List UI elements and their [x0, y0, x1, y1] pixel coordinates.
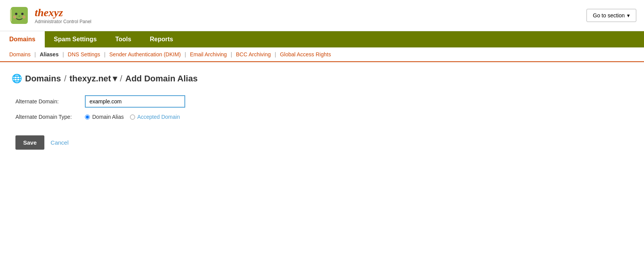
sub-nav-sep-2: | [63, 51, 64, 57]
logo-subtitle: Administrator Control Panel [35, 19, 91, 24]
main-nav: Domains Spam Settings Tools Reports [0, 31, 644, 47]
radio-accepted-domain[interactable] [130, 115, 135, 120]
radio-accepted-domain-option[interactable]: Accepted Domain [130, 114, 180, 120]
alternate-domain-label: Alternate Domain: [15, 98, 85, 105]
save-button[interactable]: Save [15, 135, 44, 150]
breadcrumb-separator-1: / [64, 74, 66, 84]
sub-nav-email-archiving[interactable]: Email Archiving [188, 51, 228, 58]
breadcrumb-separator-2: / [120, 74, 122, 84]
button-row: Save Cancel [15, 135, 632, 150]
alternate-domain-type-label: Alternate Domain Type: [15, 114, 85, 120]
sub-nav-sep-4: | [184, 51, 186, 57]
svg-rect-6 [10, 9, 12, 22]
alternate-domain-row: Alternate Domain: [15, 95, 632, 108]
svg-point-2 [21, 13, 24, 15]
chevron-down-icon: ▾ [113, 74, 117, 84]
alternate-domain-type-row: Alternate Domain Type: Domain Alias Acce… [15, 114, 632, 120]
svg-point-4 [13, 15, 16, 19]
domain-type-radio-group: Domain Alias Accepted Domain [85, 114, 180, 120]
logo-area: thexyz Administrator Control Panel [8, 4, 91, 27]
breadcrumb-page-title: Add Domain Alias [125, 74, 198, 84]
breadcrumb-domains-label[interactable]: Domains [25, 74, 61, 84]
sub-nav-sep-6: | [275, 51, 276, 57]
svg-point-3 [19, 15, 20, 17]
logo-icon [8, 4, 31, 27]
sub-nav-aliases[interactable]: Aliases [38, 51, 60, 58]
main-content: 🌐 Domains / thexyz.net ▾ / Add Domain Al… [0, 62, 644, 161]
nav-item-spam-settings[interactable]: Spam Settings [45, 31, 106, 47]
go-to-section-button[interactable]: Go to section ▾ [587, 9, 637, 22]
logo-title: thexyz [35, 7, 91, 19]
nav-item-reports[interactable]: Reports [140, 31, 182, 47]
sub-nav-sep-1: | [34, 51, 36, 57]
radio-domain-alias-label: Domain Alias [92, 114, 124, 120]
radio-domain-alias[interactable] [85, 115, 90, 120]
cancel-link[interactable]: Cancel [51, 139, 69, 146]
add-domain-alias-form: Alternate Domain: Alternate Domain Type:… [15, 95, 632, 150]
sub-nav-sender-auth[interactable]: Sender Authentication (DKIM) [108, 51, 182, 58]
sub-nav-sep-5: | [231, 51, 232, 57]
breadcrumb: 🌐 Domains / thexyz.net ▾ / Add Domain Al… [12, 74, 632, 84]
nav-item-domains[interactable]: Domains [0, 31, 45, 47]
nav-item-tools[interactable]: Tools [106, 31, 140, 47]
sub-nav-dns-settings[interactable]: DNS Settings [66, 51, 102, 58]
sub-nav-global-access-rights[interactable]: Global Access Rights [278, 51, 332, 58]
chevron-down-icon: ▾ [627, 12, 630, 19]
svg-point-1 [15, 13, 17, 15]
sub-nav-domains[interactable]: Domains [8, 51, 32, 58]
breadcrumb-domain-name: thexyz.net [69, 74, 111, 84]
globe-icon: 🌐 [12, 74, 22, 84]
logo-text-area: thexyz Administrator Control Panel [35, 7, 91, 24]
svg-point-5 [22, 15, 25, 19]
header: thexyz Administrator Control Panel Go to… [0, 0, 644, 31]
go-to-section-label: Go to section [593, 12, 625, 19]
sub-nav-bcc-archiving[interactable]: BCC Archiving [234, 51, 272, 58]
breadcrumb-domain-selector[interactable]: thexyz.net ▾ [69, 74, 117, 84]
alternate-domain-input[interactable] [85, 95, 185, 108]
sub-nav-sep-3: | [104, 51, 106, 57]
radio-domain-alias-option[interactable]: Domain Alias [85, 114, 124, 120]
radio-accepted-domain-label: Accepted Domain [137, 114, 180, 120]
sub-nav: Domains | Aliases | DNS Settings | Sende… [0, 47, 644, 62]
